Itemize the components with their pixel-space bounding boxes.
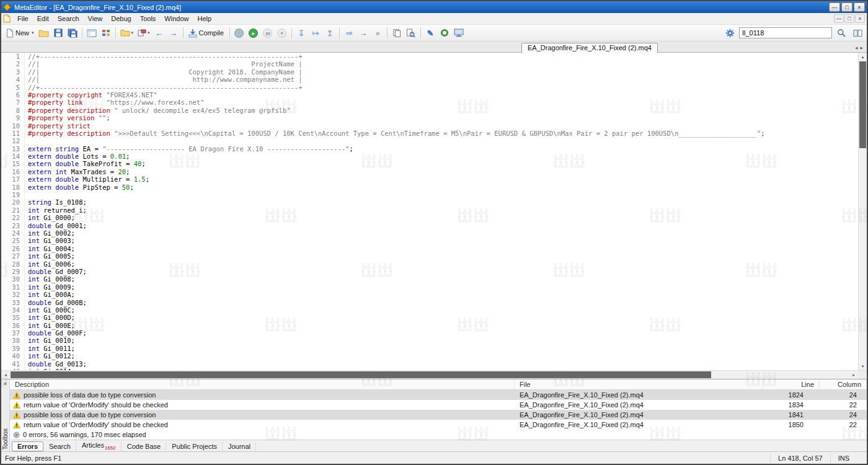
editor-code[interactable]: 1//+------------------------------------… [1, 53, 858, 370]
save-button[interactable] [51, 26, 65, 40]
new-button[interactable]: New ▾ [4, 26, 36, 40]
scroll-right-icon[interactable]: ▸ [849, 371, 858, 379]
step-into-button[interactable]: ↧ [294, 26, 308, 40]
menu-help[interactable]: Help [193, 14, 216, 24]
error-column [820, 430, 867, 440]
menu-debug[interactable]: Debug [107, 14, 135, 24]
code-text: int Gi_0004; [25, 245, 75, 252]
step-over-button[interactable]: ↦ [309, 26, 322, 40]
code-line: 30int Gi_0008; [1, 275, 858, 283]
error-row[interactable]: possible loss of data due to type conver… [10, 390, 867, 400]
error-row[interactable]: possible loss of data due to type conver… [10, 410, 867, 420]
menu-search[interactable]: Search [53, 14, 84, 24]
search-in-files-button[interactable] [404, 26, 418, 40]
tab-next-button[interactable]: ▸ [860, 45, 863, 51]
menu-file[interactable]: File [13, 14, 33, 24]
error-row[interactable]: return value of 'OrderModify' should be … [10, 420, 867, 430]
code-line: 22int Gi_0000; [1, 214, 858, 221]
break-button[interactable]: ■ [371, 26, 384, 40]
menu-window[interactable]: Window [160, 14, 193, 24]
cursor-position: Ln 418, Col 57 [770, 454, 830, 463]
run-to-cursor-button[interactable]: → [356, 26, 370, 40]
toolbox-tab-journal[interactable]: Journal [223, 442, 256, 451]
column-header-file[interactable]: File [515, 379, 763, 389]
step-out-button[interactable]: ↥ [323, 26, 337, 40]
search-go-button[interactable] [835, 26, 848, 40]
data-folder-button[interactable]: ▾ [118, 26, 136, 40]
code-line: 26int Gi_0004; [1, 245, 858, 252]
column-header-column[interactable]: Column [820, 379, 867, 389]
open-button[interactable] [37, 26, 51, 40]
scroll-left-icon[interactable]: ◂ [1, 371, 10, 379]
debug-start-button[interactable]: ▶ [247, 26, 260, 40]
mdi-restore-button[interactable]: □ [844, 14, 854, 23]
mdi-minimize-button[interactable]: — [834, 14, 844, 23]
profiling-button[interactable] [232, 26, 246, 40]
tab-prev-button[interactable]: ◂ [855, 45, 858, 51]
document-tab[interactable]: EA_Dragonfire_Fire_X.10_Fixed (2).mq4 [521, 43, 658, 53]
line-number: 24 [1, 229, 25, 237]
search-input[interactable] [739, 27, 832, 38]
line-number: 2 [1, 60, 25, 68]
file-list-button[interactable] [390, 26, 404, 40]
code-line: 19 [1, 191, 858, 198]
back-button[interactable]: ← [153, 26, 166, 40]
error-row[interactable]: return value of 'OrderModify' should be … [10, 400, 867, 410]
tab-scroll-arrows: ◂ ▸ [851, 45, 867, 52]
horizontal-scrollbar[interactable]: ◂ ▸ [1, 371, 858, 379]
toolbox-close-button[interactable]: × [4, 381, 7, 387]
menu-edit[interactable]: Edit [33, 14, 53, 24]
toolbox-tab-code-base[interactable]: Code Base [122, 442, 166, 451]
window-layout-button[interactable] [85, 26, 99, 40]
forward-button[interactable]: → [167, 26, 180, 40]
window-controls: — □ × [829, 2, 865, 12]
save-all-button[interactable] [66, 26, 79, 40]
continue-button[interactable]: ⇒ [342, 26, 356, 40]
scroll-up-icon[interactable]: ▴ [859, 53, 867, 61]
compile-button[interactable]: Compile [186, 26, 227, 40]
profiles-button[interactable]: ▾ [136, 26, 152, 40]
error-row[interactable]: 0 errors, 56 warnings, 170 msec elapsed [10, 430, 867, 440]
settings-button[interactable] [723, 26, 737, 40]
metatrader-button[interactable] [452, 26, 466, 40]
mdi-close-button[interactable]: × [855, 14, 865, 23]
compile-label: Compile [198, 29, 225, 37]
column-header-line[interactable]: Line [763, 379, 820, 389]
debug-stop-button[interactable]: ■ [275, 26, 289, 40]
debug-pause-icon: ▮▮ [263, 29, 272, 38]
minimize-button[interactable]: — [829, 2, 840, 12]
error-line: 1834 [763, 400, 820, 410]
forward-arrow-icon: → [169, 29, 177, 38]
code-line: 10#property strict [1, 122, 858, 130]
code-text: int Gi_000A; [25, 291, 75, 298]
bookmark-pen-button[interactable]: ✎ [423, 26, 437, 40]
scroll-down-icon[interactable]: ▾ [859, 362, 867, 370]
line-number: 17 [1, 175, 25, 183]
toolbar-separator [183, 27, 184, 38]
code-text: extern double Lots = 0.01; [25, 153, 130, 160]
toolbox-tab-articles[interactable]: Articles1652 [77, 441, 122, 451]
debug-pause-button[interactable]: ▮▮ [261, 26, 275, 40]
code-line: 34int Gi_000C; [1, 306, 858, 314]
toolbar-separator [291, 27, 292, 38]
menu-view[interactable]: View [84, 14, 107, 24]
menu-tools[interactable]: Tools [136, 14, 161, 24]
vertical-scroll-thumb[interactable] [859, 61, 866, 148]
code-line: 20string Is_0108; [1, 198, 858, 206]
column-header-description[interactable]: Description [10, 379, 515, 389]
step-into-icon: ↧ [298, 29, 304, 38]
toolbox-tab-public-projects[interactable]: Public Projects [167, 442, 223, 451]
maximize-button[interactable]: □ [841, 2, 852, 12]
vertical-scrollbar[interactable]: ▴ ▾ [858, 53, 867, 370]
toolbox-tab-search[interactable]: Search [44, 442, 76, 451]
horizontal-scrollbar-row: ◂ ▸ [1, 370, 867, 379]
styler-button[interactable] [99, 26, 113, 40]
toolbox-tab-errors[interactable]: Errors [12, 441, 43, 451]
code-text: double Gd_000B; [25, 299, 87, 306]
close-button[interactable]: × [854, 2, 865, 12]
line-number: 18 [1, 184, 25, 191]
help-book-button[interactable] [851, 26, 864, 40]
profiler-button[interactable] [438, 26, 451, 40]
horizontal-scroll-thumb[interactable] [11, 371, 711, 378]
file-list-icon [392, 29, 401, 38]
